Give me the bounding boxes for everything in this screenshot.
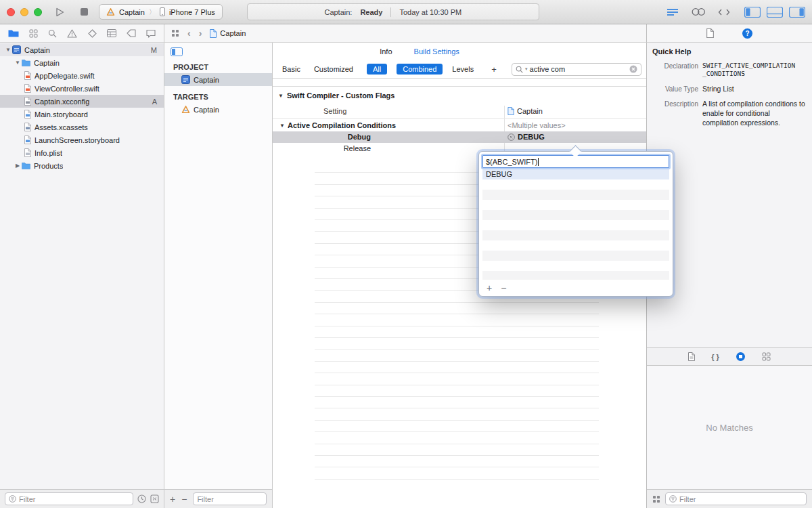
scope-combined[interactable]: Combined <box>397 64 443 75</box>
navigator-row-group[interactable]: ▼ Captain <box>0 56 164 69</box>
filter-icon <box>9 495 16 503</box>
navigator-filter-input[interactable]: Filter <box>5 492 133 505</box>
navigator-row-file[interactable]: AppDelegate.swift <box>0 69 164 82</box>
value-text: $(ABC_SWIFT) <box>486 158 537 166</box>
minimize-window-button[interactable] <box>20 8 28 16</box>
recent-files-icon[interactable] <box>137 494 146 503</box>
value-editor-popover: $(ABC_SWIFT) DEBUG + − <box>478 144 673 297</box>
file-inspector-icon[interactable] <box>706 28 714 38</box>
tab-info[interactable]: Info <box>380 47 392 56</box>
zoom-window-button[interactable] <box>34 8 42 16</box>
build-settings-scope-bar: Basic Customized All Combined Levels + ▾… <box>273 60 646 79</box>
navigator-row-file-selected[interactable]: Captain.xcconfig A <box>0 95 164 108</box>
code-snippet-library-icon[interactable]: { } <box>711 353 719 361</box>
folder-icon <box>22 162 30 169</box>
scope-basic[interactable]: Basic <box>282 65 300 73</box>
library-grid-icon[interactable] <box>652 495 660 503</box>
disclosure-closed-icon[interactable]: ▶ <box>14 163 22 169</box>
status-state: Ready <box>360 8 382 16</box>
navigator-row-file[interactable]: Assets.xcassets <box>0 121 164 133</box>
disclosure-open-icon[interactable]: ▼ <box>4 47 12 53</box>
value-list-item[interactable]: DEBUG <box>482 169 669 179</box>
project-navigator-icon[interactable] <box>8 29 19 38</box>
targets-filter-input[interactable]: Filter <box>193 492 267 505</box>
stop-button[interactable] <box>76 4 92 20</box>
object-library-icon[interactable] <box>736 352 746 362</box>
editor-mode-buttons <box>664 4 732 20</box>
navigator-row-file[interactable]: Main.storyboard <box>0 108 164 121</box>
toggle-projects-list-icon[interactable] <box>164 43 272 56</box>
target-column-icon <box>508 107 514 115</box>
toggle-inspector-button[interactable] <box>789 4 805 20</box>
target-list-label: Captain <box>194 106 219 114</box>
build-settings-search-input[interactable]: ▾ active com <box>512 63 641 76</box>
search-navigator-icon[interactable] <box>48 29 57 38</box>
disclosure-open-icon[interactable]: ▼ <box>278 93 284 99</box>
settings-section-header[interactable]: ▼ Swift Compiler - Custom Flags <box>278 91 394 100</box>
navigator-row-group[interactable]: ▶ Products <box>0 159 164 172</box>
related-items-icon[interactable] <box>171 29 179 37</box>
test-navigator-icon[interactable] <box>88 29 97 38</box>
setting-value[interactable]: DEBUG <box>508 131 545 143</box>
play-icon <box>55 7 64 17</box>
library-filter-input[interactable]: Filter <box>665 492 807 505</box>
back-button[interactable]: ‹ <box>187 28 191 38</box>
toggle-navigator-button[interactable] <box>744 4 761 20</box>
chevron-right-icon: 〉 <box>149 7 156 17</box>
breakpoint-navigator-icon[interactable] <box>127 29 136 37</box>
remove-target-button[interactable]: − <box>181 494 187 504</box>
version-editor-button[interactable] <box>716 4 732 20</box>
quick-help-inspector-icon[interactable]: ? <box>742 28 752 39</box>
file-icon <box>210 29 217 38</box>
status-app: Captain: <box>324 8 352 16</box>
disclosure-open-icon[interactable]: ▼ <box>279 123 285 129</box>
navigator-row-file[interactable]: ViewController.swift <box>0 82 164 95</box>
run-button[interactable] <box>51 4 68 20</box>
destination-name: iPhone 7 Plus <box>169 8 215 16</box>
activity-status: Captain: Ready Today at 10:30 PM <box>247 3 539 20</box>
project-targets-panel: PROJECT Captain TARGETS Captain + − Filt… <box>164 43 273 508</box>
add-value-button[interactable]: + <box>487 283 492 293</box>
toggle-debug-area-button[interactable] <box>767 4 783 20</box>
source-control-filter-icon[interactable] <box>150 494 159 503</box>
add-target-button[interactable]: + <box>170 494 175 504</box>
file-template-library-icon[interactable] <box>688 352 695 361</box>
description-value: A list of compilation conditions to enab… <box>702 100 807 127</box>
scope-all[interactable]: All <box>367 64 387 75</box>
target-list-item[interactable]: Captain <box>164 103 272 116</box>
media-library-icon[interactable] <box>762 352 771 361</box>
project-list-item[interactable]: Captain <box>164 73 272 86</box>
navigator-row-file[interactable]: LaunchScreen.storyboard <box>0 133 164 146</box>
symbol-navigator-icon[interactable] <box>29 29 38 38</box>
table-column-headers: Setting Captain <box>273 106 646 119</box>
report-navigator-icon[interactable] <box>146 29 156 38</box>
forward-button[interactable]: › <box>199 28 202 38</box>
disclosure-open-icon[interactable]: ▼ <box>14 60 22 66</box>
column-target: Captain <box>508 107 543 115</box>
file-label: AppDelegate.swift <box>35 72 95 80</box>
breadcrumb[interactable]: Captain <box>210 29 246 38</box>
debug-navigator-icon[interactable] <box>107 29 116 37</box>
standard-editor-button[interactable] <box>664 4 681 20</box>
clear-search-icon[interactable] <box>629 65 637 73</box>
remove-value-button[interactable]: − <box>501 283 506 293</box>
setting-row-group[interactable]: ▼ Active Compilation Conditions <Multipl… <box>273 120 646 131</box>
assistant-editor-button[interactable] <box>690 4 706 20</box>
scheme-selector[interactable]: Captain 〉 iPhone 7 Plus <box>99 4 223 20</box>
file-tree: ▼ Captain M ▼ Captain AppDelegate.swift <box>0 43 164 489</box>
add-build-setting-button[interactable]: + <box>491 64 497 75</box>
close-window-button[interactable] <box>7 8 15 16</box>
issue-navigator-icon[interactable] <box>67 29 77 38</box>
search-value: active com <box>530 65 627 73</box>
scope-levels[interactable]: Levels <box>452 65 474 73</box>
declaration-value: SWIFT_ACTIVE_COMPILATION_CONDITIONS <box>702 62 797 79</box>
toolbar-right-controls <box>664 4 805 20</box>
setting-row-debug[interactable]: Debug DEBUG <box>273 131 646 143</box>
navigator-row-file[interactable]: Info.plist <box>0 146 164 159</box>
tab-build-settings[interactable]: Build Settings <box>414 47 459 56</box>
search-scope-caret-icon: ▾ <box>525 66 528 72</box>
setting-value[interactable]: <Multiple values> <box>508 120 566 131</box>
scope-customized[interactable]: Customized <box>314 65 353 73</box>
navigator-row-project[interactable]: ▼ Captain M <box>0 43 164 56</box>
filter-placeholder: Filter <box>197 495 213 503</box>
